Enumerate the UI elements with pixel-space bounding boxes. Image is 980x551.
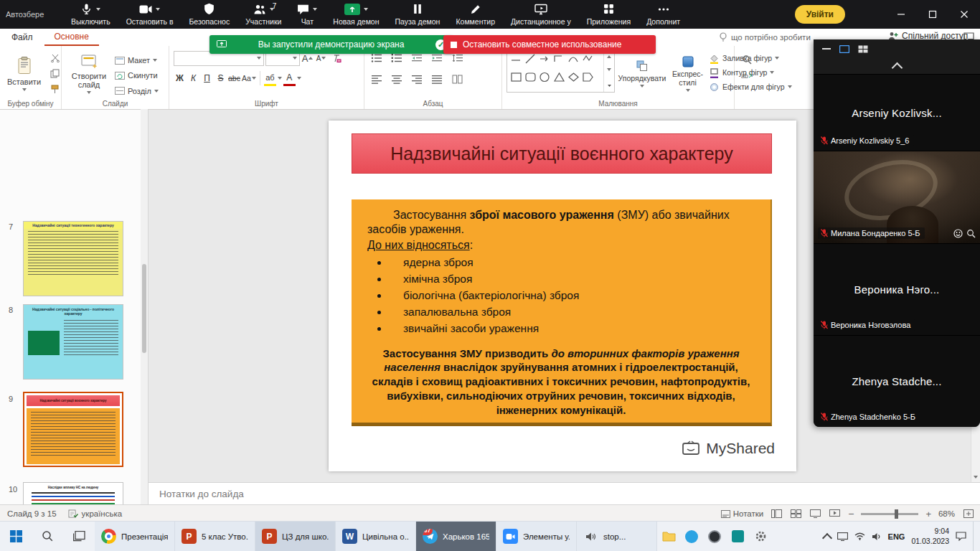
notes-pane[interactable]: Нотатки до слайда [148,482,980,505]
zoom-percent[interactable]: 68% [938,509,955,518]
character-spacing-button[interactable]: Aa [242,72,256,85]
copy-icon[interactable] [47,67,62,80]
participant-video-tile[interactable]: Милана Бондаренко 5-Б [814,151,980,243]
highlight-color-button[interactable]: аб [264,70,276,86]
display-icon[interactable] [837,532,848,541]
slide-body[interactable]: Застосування зброї масового ураження (ЗМ… [352,199,772,426]
restore-icon[interactable] [917,0,948,29]
zoom-slider[interactable] [861,513,918,515]
font-color-button[interactable]: А [283,70,296,86]
collapse-panel-button[interactable] [814,58,980,74]
section-button[interactable]: Розділ [115,85,159,98]
keyboard-language[interactable]: ENG [888,532,905,541]
pinned-app-teal-icon[interactable] [726,522,749,551]
underline-button[interactable]: П [201,72,213,85]
text-shadow-button[interactable]: S [215,72,227,85]
pinned-app-blue-icon[interactable] [680,522,703,551]
chevron-icon[interactable] [278,77,282,80]
show-desktop-strip[interactable] [973,522,977,551]
align-left-icon[interactable] [369,72,385,86]
new-share-button[interactable]: Новая демон [325,0,387,29]
taskbar-app-chrome[interactable]: Презентація... [95,522,175,551]
mute-button[interactable]: Выключить [63,0,118,29]
notes-toggle[interactable]: Нотатки [721,509,763,518]
slide-title[interactable]: Надзвичайні ситуації воєнного характеру [352,133,772,174]
italic-button[interactable]: К [187,72,199,85]
participants-button[interactable]: 7 Участники [237,0,289,29]
zoom-in-button[interactable]: + [925,509,931,519]
align-center-icon[interactable] [389,72,405,86]
participant-tile[interactable]: Arseniy Kozlivsk... Arseniy Kozlivskiy 5… [814,74,980,151]
arrange-button[interactable]: Упорядкувати [618,50,666,98]
zoom-slider-thumb[interactable] [895,509,898,519]
tell-me-box[interactable]: що потрібно зробити [719,32,811,42]
justify-icon[interactable] [429,72,445,86]
paste-button[interactable]: Вставити [4,50,44,98]
settings-gear-icon[interactable] [749,522,772,551]
taskbar-app-telegram[interactable]: 167 Харьков 165... [416,522,496,551]
action-center-icon[interactable] [956,532,966,541]
taskbar-search-button[interactable] [32,522,63,551]
stop-sharing-banner[interactable]: Остановить совместное использование [443,35,656,54]
minimize-panel-icon[interactable] [822,47,831,50]
slide-sorter-view-icon[interactable] [790,509,802,519]
taskbar-app-powerpoint-2-active[interactable]: ЦЗ для шко... [255,522,336,551]
chevron-icon[interactable] [156,8,160,11]
scroll-down-icon[interactable] [971,472,980,482]
taskbar-app-word[interactable]: Цивільна о... [336,522,416,551]
new-slide-button[interactable]: Створити слайд [66,50,112,98]
thumbnail-scrollbar-thumb[interactable] [142,264,146,353]
slide-thumbnail-10[interactable]: Наслідки впливу НС на людину [23,482,123,504]
remote-control-button[interactable]: Дистанционное у [503,0,579,29]
bold-button[interactable]: Ж [174,72,186,85]
minimize-icon[interactable] [885,0,917,29]
wifi-icon[interactable] [854,532,865,540]
language-indicator[interactable]: українська [68,509,123,518]
chat-button[interactable]: Чат [289,0,325,29]
chevron-icon[interactable] [297,77,301,80]
quick-styles-button[interactable]: Експрес-стилі [669,50,706,98]
cut-icon[interactable] [47,51,62,65]
align-right-icon[interactable] [409,72,425,86]
slide-thumbnail-8[interactable]: Надзвичайні ситуації соціально - політич… [23,304,123,380]
slide-thumbnail-7[interactable]: Надзвичайні ситуації техногенного характ… [23,221,123,296]
more-button[interactable]: Дополнит [639,0,688,29]
scroll-up-icon[interactable] [607,55,611,58]
volume-icon[interactable] [872,532,882,541]
format-painter-icon[interactable] [47,83,62,96]
task-view-button[interactable] [63,522,95,551]
leave-meeting-button[interactable]: Увійти [795,5,845,24]
chevron-icon[interactable] [313,8,317,11]
magnifier-icon[interactable] [966,229,976,238]
chevron-icon[interactable] [364,8,368,11]
zoom-out-button[interactable]: − [848,508,854,519]
participant-tile[interactable]: Zhenya Stadche... Zhenya Stadchenko 5-Б [814,335,980,427]
close-icon[interactable] [948,0,980,29]
strikethrough-button[interactable]: abc [228,72,240,85]
pinned-app-dark-icon[interactable] [703,522,726,551]
taskbar-app-audio[interactable]: stop... [577,522,657,551]
fit-to-window-icon[interactable] [962,509,974,519]
replace-icon[interactable]: ab [739,68,755,82]
tray-clock[interactable]: 9:04 01.03.2023 [911,527,949,545]
reset-button[interactable]: Скинути [115,69,159,82]
shapes-gallery[interactable] [507,50,615,93]
shapes-scrollbar[interactable] [603,50,614,92]
normal-view-icon[interactable] [771,509,783,519]
pinned-folder-icon[interactable] [657,522,680,551]
tab-file[interactable]: Файл [0,32,44,42]
gallery-view-icon[interactable] [858,45,868,53]
tray-expand-chevron[interactable] [822,532,832,542]
pause-share-button[interactable]: Пауза демон [387,0,448,29]
taskbar-app-zoom[interactable]: Элементы у... [496,522,577,551]
slideshow-view-icon[interactable] [829,509,841,519]
participant-tile[interactable]: Вероника Нэго... Вероника Нэговэлова [814,243,980,335]
apps-button[interactable]: Приложения [579,0,639,29]
stop-video-button[interactable]: Остановить в [118,0,182,29]
scroll-down-icon[interactable] [607,68,611,71]
tab-home[interactable]: Основне [44,29,99,46]
security-button[interactable]: Безопаснос [181,0,237,29]
start-button[interactable] [0,522,32,551]
gallery-more-icon[interactable] [606,82,613,87]
find-icon[interactable] [739,52,755,66]
